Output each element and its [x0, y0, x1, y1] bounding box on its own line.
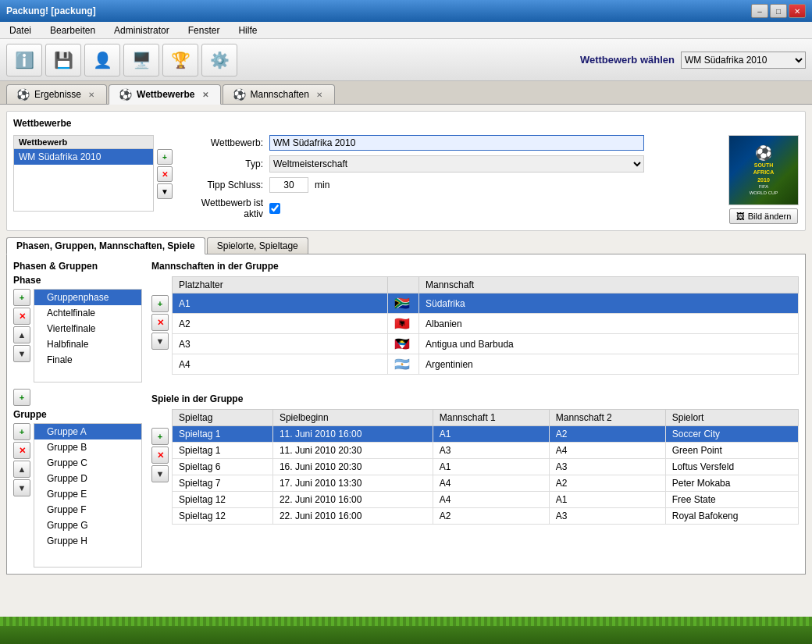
spiel-remove-btn[interactable]: ✕: [151, 447, 169, 464]
form-row-wettbewerb: Wettbewerb:: [185, 135, 716, 151]
table-row[interactable]: Spieltag 1 11. Juni 2010 20:30 A3 A4 Gre…: [173, 443, 799, 459]
cell-spieltag: Spieltag 12: [173, 492, 273, 508]
menu-administrator[interactable]: Administrator: [111, 23, 173, 37]
aktiv-label: Wettbewerb ist aktiv: [185, 197, 263, 219]
spiele-table: Spieltag Spielbeginn Mannschaft 1 Mannsc…: [172, 409, 799, 525]
spiele-ctrl-btns: + ✕ ▼: [151, 409, 169, 534]
inner-tab-spielorte[interactable]: Spielorte, Spieltage: [207, 237, 308, 254]
gruppe-item-d[interactable]: Gruppe D: [34, 471, 141, 486]
spiele-section: + ✕ ▼ Spieltag Spielbeginn Mannschaft 1 …: [151, 409, 799, 534]
tab-wettbewerbe[interactable]: ⚽ Wettbewerbe ✕: [109, 84, 220, 105]
cell-ort: Soccer City: [665, 426, 798, 443]
gruppe-item-g[interactable]: Gruppe G: [34, 518, 141, 533]
cell-spieltag: Spieltag 1: [173, 426, 273, 443]
table-row[interactable]: Spieltag 7 17. Juni 2010 13:30 A4 A2 Pet…: [173, 475, 799, 492]
gruppe-item-e[interactable]: Gruppe E: [34, 486, 141, 502]
bild-aendern-button[interactable]: 🖼 Bild ändern: [729, 208, 799, 224]
inner-tab-phasen[interactable]: Phasen, Gruppen, Mannschaften, Spiele: [6, 237, 205, 254]
menu-datei[interactable]: Datei: [6, 23, 34, 37]
col-platzhalter: Platzhalter: [173, 277, 388, 294]
tab-mannschaften-label: Mannschaften: [251, 89, 309, 100]
competition-select-label: Wettbewerb wählen: [580, 54, 675, 66]
tipp-label: Tipp Schluss:: [185, 180, 263, 190]
info-icon-btn[interactable]: ℹ️: [6, 44, 42, 76]
phase-item-gruppenphase[interactable]: Gruppenphase: [34, 290, 141, 305]
mann-remove-btn[interactable]: ✕: [151, 314, 169, 331]
comp-down-btn[interactable]: ▼: [157, 183, 173, 199]
phase-item-finale[interactable]: Finale: [34, 352, 141, 368]
tab-ergebnisse[interactable]: ⚽ Ergebnisse ✕: [6, 84, 107, 104]
table-row[interactable]: Spieltag 12 22. Juni 2010 16:00 A2 A3 Ro…: [173, 508, 799, 525]
comp-list-item[interactable]: WM Südafrika 2010: [14, 149, 153, 165]
tab-mannschaften-close[interactable]: ✕: [314, 89, 325, 100]
table-row[interactable]: Spieltag 1 11. Juni 2010 16:00 A1 A2 Soc…: [173, 426, 799, 443]
phase-item-halbfinale[interactable]: Halbfinale: [34, 336, 141, 352]
mannschaften-table-title: Mannschaften in der Gruppe: [151, 261, 799, 272]
table-row[interactable]: Spieltag 6 16. Juni 2010 20:30 A1 A3 Lof…: [173, 459, 799, 475]
phase-up-btn[interactable]: ▲: [13, 326, 30, 343]
col-spieltag: Spieltag: [173, 410, 273, 426]
table-row[interactable]: A4 🇦🇷 Argentinien: [173, 354, 799, 375]
phase-item-achtelfinale[interactable]: Achtelfinale: [34, 305, 141, 321]
trophy-icon-btn[interactable]: 🏆: [162, 44, 198, 76]
person-icon-btn[interactable]: 👤: [84, 44, 120, 76]
settings-icon-btn[interactable]: ⚙️: [201, 44, 237, 76]
gruppe-item-b[interactable]: Gruppe B: [34, 439, 141, 455]
table-row[interactable]: A2 🇦🇱 Albanien: [173, 314, 799, 334]
menu-bearbeiten[interactable]: Bearbeiten: [47, 23, 98, 37]
cell-m2: A4: [549, 443, 665, 459]
phase-down-btn[interactable]: ▼: [13, 345, 30, 362]
competition-select[interactable]: WM Südafrika 2010: [681, 52, 806, 69]
wettbewerb-input[interactable]: [269, 135, 644, 151]
tab-mannschaften[interactable]: ⚽ Mannschaften ✕: [223, 84, 335, 104]
gruppe-phase-add-btn[interactable]: +: [13, 389, 30, 406]
phase-item-viertelfinale[interactable]: Viertelfinale: [34, 321, 141, 336]
table-row[interactable]: A1 🇿🇦 Südafrika: [173, 294, 799, 314]
tab-wettbewerbe-close[interactable]: ✕: [200, 89, 211, 100]
mann-add-btn[interactable]: +: [151, 295, 169, 312]
window-title: Packung! [packung]: [6, 5, 96, 16]
gruppe-add-row: +: [13, 389, 142, 406]
tipp-input[interactable]: [269, 177, 308, 193]
phase-ctrl-btns: + ✕ ▲ ▼: [13, 289, 30, 386]
mann-down-btn[interactable]: ▼: [151, 333, 169, 350]
table-row[interactable]: A3 🇦🇬 Antigua und Barbuda: [173, 334, 799, 354]
monitor-icon-btn[interactable]: 🖥️: [123, 44, 159, 76]
cell-platzhalter: A1: [173, 294, 388, 314]
save-icon-btn[interactable]: 💾: [45, 44, 81, 76]
gruppe-ctrl-btns: + ✕ ▲ ▼: [13, 423, 30, 568]
left-panel: Phasen & Gruppen Phase + ✕ ▲ ▼ Gruppenph…: [13, 261, 142, 568]
cell-m1: A1: [433, 426, 549, 443]
cell-mannschaft: Antigua und Barbuda: [419, 334, 799, 354]
table-row[interactable]: Spieltag 12 22. Juni 2010 16:00 A4 A1 Fr…: [173, 492, 799, 508]
bild-icon: 🖼: [736, 212, 745, 221]
aktiv-checkbox[interactable]: [269, 203, 280, 214]
cell-spieltag: Spieltag 1: [173, 443, 273, 459]
comp-add-btn[interactable]: +: [157, 149, 173, 165]
spiel-down-btn[interactable]: ▼: [151, 465, 169, 482]
gruppe-up-btn[interactable]: ▲: [13, 461, 30, 478]
spiel-add-btn[interactable]: +: [151, 428, 169, 445]
gruppe-item-f[interactable]: Gruppe F: [34, 502, 141, 518]
comp-list: Wettbewerb WM Südafrika 2010: [13, 135, 154, 212]
tab-ergebnisse-icon: ⚽: [16, 88, 30, 101]
minimize-button[interactable]: –: [751, 4, 768, 18]
cell-m2: A2: [549, 475, 665, 492]
cell-m2: A3: [549, 508, 665, 525]
gruppe-remove-btn[interactable]: ✕: [13, 442, 30, 459]
menu-fenster[interactable]: Fenster: [185, 23, 223, 37]
close-button[interactable]: ✕: [789, 4, 806, 18]
phase-remove-btn[interactable]: ✕: [13, 308, 30, 325]
tab-ergebnisse-close[interactable]: ✕: [86, 89, 97, 100]
comp-remove-btn[interactable]: ✕: [157, 166, 173, 182]
gruppe-down-btn[interactable]: ▼: [13, 479, 30, 496]
form-row-aktiv: Wettbewerb ist aktiv: [185, 197, 716, 219]
gruppe-item-c[interactable]: Gruppe C: [34, 455, 141, 471]
phase-add-btn[interactable]: +: [13, 289, 30, 306]
gruppe-item-a[interactable]: Gruppe A: [34, 424, 141, 439]
maximize-button[interactable]: □: [770, 4, 787, 18]
gruppe-item-h[interactable]: Gruppe H: [34, 533, 141, 549]
typ-select[interactable]: Weltmeisterschaft Europameisterschaft Li…: [269, 155, 644, 173]
gruppe-add-btn[interactable]: +: [13, 423, 30, 440]
menu-hilfe[interactable]: Hilfe: [235, 23, 260, 37]
